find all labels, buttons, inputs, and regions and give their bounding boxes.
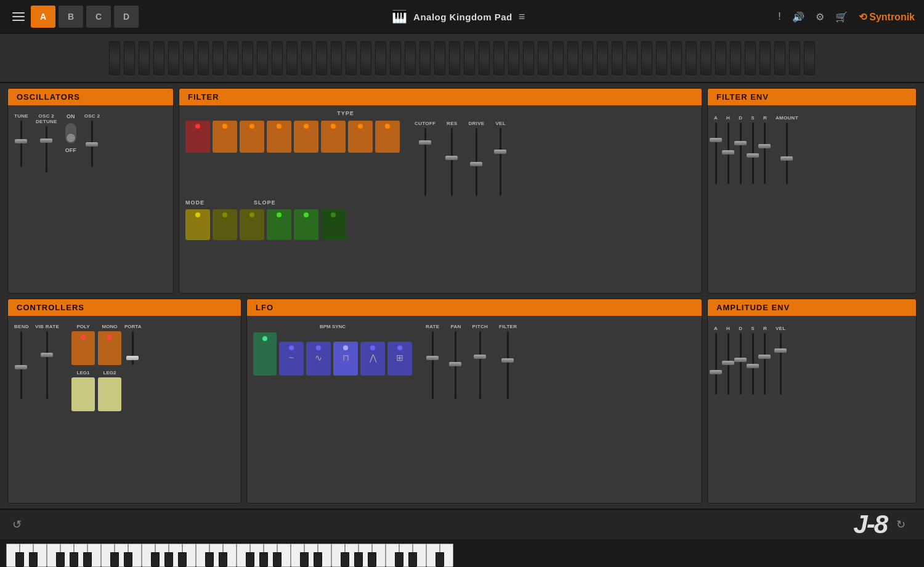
aenv-d-track[interactable] <box>740 333 742 395</box>
fenv-amount-slider[interactable]: AMOUNT <box>776 115 798 184</box>
fenv-r-thumb[interactable] <box>758 144 771 148</box>
cutoff-track[interactable] <box>424 128 426 196</box>
key-c3s[interactable] <box>205 552 214 567</box>
porta-thumb[interactable] <box>126 356 139 360</box>
osc2detune-track[interactable] <box>46 126 47 172</box>
osc2detune-thumb[interactable] <box>40 139 52 143</box>
filter-mode-2[interactable] <box>213 209 237 240</box>
settings-button[interactable]: ⚙ <box>816 11 824 23</box>
tune-track[interactable] <box>20 121 22 167</box>
osc2-track[interactable] <box>91 121 93 167</box>
key-d5s[interactable] <box>408 552 417 567</box>
lfo-filter-thumb[interactable] <box>501 358 514 363</box>
key-d2s[interactable] <box>124 552 132 567</box>
fenv-s-thumb[interactable] <box>747 153 759 158</box>
filter-btn-ctype[interactable] <box>267 121 291 153</box>
aenv-h-slider[interactable]: H <box>726 326 730 395</box>
key-g2s[interactable] <box>164 552 173 567</box>
osc2detune-slider[interactable]: OSC 2DETUNE <box>36 113 57 172</box>
aenv-a-thumb[interactable] <box>710 370 722 374</box>
leg1-button[interactable] <box>71 377 95 411</box>
key-fs[interactable] <box>56 552 65 567</box>
filter-slope-24[interactable] <box>294 209 318 240</box>
porta-track[interactable] <box>132 331 134 365</box>
lfo-rate-track[interactable] <box>432 331 434 399</box>
aenv-r-track[interactable] <box>764 333 766 395</box>
menu-button[interactable] <box>9 7 28 26</box>
drive-thumb[interactable] <box>470 162 482 166</box>
res-track[interactable] <box>451 128 453 196</box>
tune-slider[interactable]: TUNE <box>14 113 28 167</box>
vibrate-slider[interactable]: VIB RATE <box>35 324 59 399</box>
fenv-amount-thumb[interactable] <box>780 156 793 161</box>
tab-a[interactable]: A <box>31 6 55 28</box>
leg2-button[interactable] <box>98 377 121 411</box>
fenv-amount-track[interactable] <box>786 123 788 184</box>
filter-mode-lpf[interactable] <box>185 209 210 240</box>
tab-b[interactable]: B <box>59 6 83 28</box>
key-c4s[interactable] <box>300 552 309 567</box>
key-a4s[interactable] <box>368 552 376 567</box>
fenv-h-thumb[interactable] <box>722 150 734 155</box>
drive-slider[interactable]: DRIVE <box>468 121 484 196</box>
lfo-rate-slider[interactable]: RATE <box>426 324 439 399</box>
vibrate-track[interactable] <box>46 331 48 399</box>
vel-thumb[interactable] <box>494 150 506 154</box>
tab-d[interactable]: D <box>114 6 139 28</box>
aenv-s-thumb[interactable] <box>747 364 759 368</box>
warning-button[interactable]: ! <box>778 11 780 22</box>
aenv-r-thumb[interactable] <box>758 355 771 359</box>
key-g3s[interactable] <box>259 552 268 567</box>
poly-button[interactable] <box>71 331 95 365</box>
lfo-filter-track[interactable] <box>507 331 509 399</box>
lfo-sine-button[interactable]: ~ <box>279 342 304 376</box>
aenv-d-slider[interactable]: D <box>739 326 742 395</box>
aenv-vel-track[interactable] <box>780 333 782 395</box>
vel-track[interactable] <box>500 128 501 196</box>
fenv-d-slider[interactable]: D <box>739 115 742 184</box>
fenv-h-track[interactable] <box>727 123 729 184</box>
key-f5s[interactable] <box>436 552 444 567</box>
lfo-square-button[interactable]: ⊓ <box>333 342 358 376</box>
tab-c[interactable]: C <box>86 6 111 28</box>
res-slider[interactable]: RES <box>447 121 457 196</box>
key-c2s[interactable] <box>110 552 119 567</box>
cart-button[interactable]: 🛒 <box>835 11 848 23</box>
filter-btn-form[interactable] <box>348 121 373 153</box>
mono-button[interactable] <box>98 331 121 365</box>
osc-toggle[interactable] <box>65 123 77 144</box>
bpm-sync-button[interactable] <box>253 332 277 376</box>
key-ds[interactable] <box>29 552 38 567</box>
filter-btn-classic[interactable] <box>375 121 400 153</box>
fenv-s-track[interactable] <box>752 123 754 184</box>
res-thumb[interactable] <box>445 156 458 160</box>
lfo-pan-track[interactable] <box>455 331 456 399</box>
filter-btn-phaser[interactable] <box>321 121 346 153</box>
key-d4s[interactable] <box>314 552 322 567</box>
fenv-d-thumb[interactable] <box>734 141 747 145</box>
lfo-pitch-slider[interactable]: PITCH <box>472 324 488 399</box>
fenv-h-slider[interactable]: H <box>726 115 730 184</box>
lfo-filter-slider[interactable]: FILTER <box>499 324 517 399</box>
key-as[interactable] <box>83 552 92 567</box>
drive-track[interactable] <box>476 128 477 196</box>
lfo-pitch-track[interactable] <box>479 331 481 399</box>
lfo-rate-thumb[interactable] <box>426 356 439 360</box>
key-gs[interactable] <box>70 552 78 567</box>
speaker-button[interactable]: 🔊 <box>792 11 804 23</box>
aenv-vel-slider[interactable]: VEL <box>776 326 785 395</box>
cutoff-thumb[interactable] <box>419 140 431 145</box>
key-f3s[interactable] <box>246 552 254 567</box>
key-a2s[interactable] <box>178 552 187 567</box>
key-f4s[interactable] <box>341 552 349 567</box>
filter-slope-3[interactable] <box>321 209 346 240</box>
undo-button[interactable]: ↺ <box>12 518 22 531</box>
bend-slider[interactable]: BEND <box>14 324 29 399</box>
key-g4s[interactable] <box>354 552 363 567</box>
fenv-s-slider[interactable]: S <box>751 115 755 184</box>
fenv-r-slider[interactable]: R <box>763 115 767 184</box>
key-cs[interactable] <box>15 552 24 567</box>
lfo-pan-slider[interactable]: PAN <box>450 324 461 399</box>
fenv-a-track[interactable] <box>715 123 717 184</box>
aenv-vel-thumb[interactable] <box>774 348 787 353</box>
